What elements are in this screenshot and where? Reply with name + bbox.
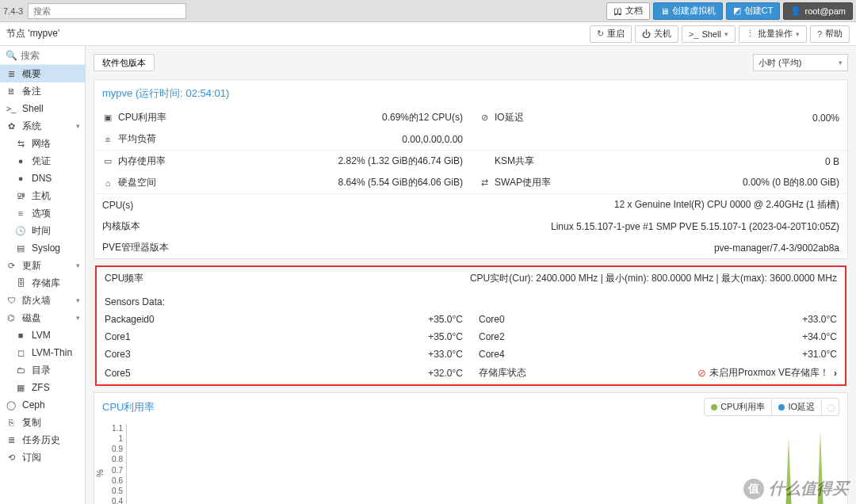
sidebar-icon: ⇆ [14,139,27,149]
sidebar-item-label: 更新 [22,259,41,273]
create-ct-button[interactable]: ◩创建CT [726,2,781,20]
sidebar-item-备注[interactable]: 🗎备注 [0,82,85,100]
repo-status-row[interactable]: 存储库状态⊘未启用Proxmox VE存储库！› [471,363,845,383]
sidebar-icon: ≣ [5,69,17,79]
sidebar-icon: ● [14,156,27,166]
create-vm-button[interactable]: 🖥创建虚拟机 [653,2,723,20]
sidebar-item-label: Syslog [32,242,60,254]
topbar: 7.4-3 🕮文档 🖥创建虚拟机 ◩创建CT 👤root@pam [0,0,856,22]
temp-row: Core3+33.0°C [97,346,471,363]
temp-row: Core2+34.0°C [471,328,845,346]
sidebar-item-目录[interactable]: 🗀目录 [0,361,85,379]
sidebar-search-input[interactable] [21,50,76,61]
search-icon: 🔍 [5,50,17,61]
sidebar-item-概要[interactable]: ≣概要 [0,65,85,82]
sidebar-item-label: Shell [22,103,44,114]
content-toolbar: 软件包版本 小时 (平均) ▾ [94,51,848,74]
sidebar-item-订阅[interactable]: ⟲订阅 [0,449,85,466]
stat-row: ⇄SWAP使用率0.00% (0 B的8.00 GiB) [471,172,847,193]
sidebar-item-复制[interactable]: ⎘复制 [0,414,85,431]
terminal-icon: >_ [689,29,699,39]
sidebar-icon: ⌬ [5,313,17,323]
reboot-button[interactable]: ↻重启 [590,25,632,43]
sidebar-item-主机[interactable]: 🖳主机 [0,187,85,204]
chevron-down-icon: ▾ [76,296,80,304]
sidebar-item-label: 凭证 [32,155,51,168]
version-label: 7.4-3 [3,6,23,16]
sidebar: 🔍 ≣概要🗎备注>_Shell✿系统▾⇆网络●凭证●DNS🖳主机≡选项🕓时间▤S… [0,46,86,504]
sidebar-item-label: 网络 [32,137,51,151]
sidebar-item-Syslog[interactable]: ▤Syslog [0,239,85,257]
sidebar-icon: ✿ [5,121,17,132]
sidebar-item-系统[interactable]: ✿系统▾ [0,117,85,135]
power-icon: ⏻ [642,29,651,39]
sidebar-icon: ⟳ [5,261,17,271]
temp-row: Core0+33.0°C [471,311,845,328]
stat-icon: ⊘ [479,113,490,123]
legend-toggle-icon[interactable]: ◌ [821,399,839,415]
time-range-select[interactable]: 小时 (平均) ▾ [753,54,848,71]
sidebar-item-LVM[interactable]: ■LVM [0,326,85,344]
chart-title: CPU利用率 [102,400,155,414]
sensors-header: Sensors Data: [97,288,845,311]
sidebar-item-ZFS[interactable]: ▦ZFS [0,379,85,396]
sidebar-item-label: 订阅 [22,451,41,464]
chevron-down-icon: ▾ [796,30,800,38]
chart-plot [126,424,839,504]
help-button[interactable]: ?帮助 [810,25,850,43]
sidebar-icon: 🗀 [14,365,27,375]
docs-button[interactable]: 🕮文档 [606,2,650,20]
user-menu-button[interactable]: 👤root@pam [783,2,853,20]
sidebar-item-磁盘[interactable]: ⌬磁盘▾ [0,309,85,326]
package-versions-button[interactable]: 软件包版本 [94,54,155,71]
sidebar-item-label: 存储库 [32,277,60,290]
sidebar-item-选项[interactable]: ≡选项 [0,204,85,222]
stat-row: ▭内存使用率2.82% (1.32 GiB的46.74 GiB) [94,151,471,172]
sidebar-icon: 🛡 [5,296,17,305]
sidebar-item-DNS[interactable]: ●DNS [0,170,85,187]
monitor-icon: 🖥 [660,6,669,16]
bulk-dropdown[interactable]: ⋮批量操作▾ [739,25,807,43]
sidebar-item-任务历史[interactable]: ≣任务历史 [0,431,85,449]
sidebar-item-label: DNS [32,173,52,184]
sidebar-icon: ≡ [14,208,27,218]
shell-dropdown[interactable]: >_Shell▾ [682,25,736,43]
stat-icon: ⌂ [102,178,113,188]
sidebar-item-更新[interactable]: ⟳更新▾ [0,257,85,274]
sidebar-item-防火墙[interactable]: 🛡防火墙▾ [0,292,85,309]
sidebar-item-Ceph[interactable]: ◯Ceph [0,396,85,414]
sidebar-icon: ■ [14,330,27,340]
stat-row: 内核版本Linux 5.15.107-1-pve #1 SMP PVE 5.15… [94,216,847,237]
sidebar-icon: 🕓 [14,226,27,236]
chevron-down-icon: ▾ [76,262,80,269]
help-icon: ? [817,29,822,39]
stat-row: ⊘IO延迟0.00% [471,107,847,128]
stat-icon: ▭ [102,156,113,166]
sidebar-item-label: LVM-Thin [32,347,72,358]
stat-icon: ≡ [102,135,113,144]
sidebar-item-Shell[interactable]: >_Shell [0,100,85,117]
summary-panel: mypve (运行时间: 02:54:01) ▣CPU利用率0.69%的12 C… [94,79,848,259]
sidebar-icon: ⎘ [5,418,17,427]
sidebar-item-凭证[interactable]: ●凭证 [0,152,85,170]
sidebar-item-label: Ceph [22,399,45,410]
temp-row: Core1+35.0°C [97,328,471,346]
sidebar-item-LVM-Thin[interactable]: ◻LVM-Thin [0,344,85,361]
sidebar-search[interactable]: 🔍 [0,46,85,65]
stat-row: ≡平均负荷0.00,0.00,0.00 [94,128,471,150]
stat-row: ▣CPU利用率0.69%的12 CPU(s) [94,107,471,128]
chart-spike [785,436,792,504]
sidebar-item-label: LVM [32,330,51,341]
cube-icon: ◩ [733,6,741,16]
legend-cpu[interactable]: CPU利用率 [705,399,771,415]
warning-icon: ⊘ [697,367,706,379]
chevron-down-icon: ▾ [839,59,843,67]
sidebar-item-存储库[interactable]: 🗄存储库 [0,274,85,292]
stat-row: KSM共享0 B [471,151,847,172]
legend-io[interactable]: IO延迟 [771,399,821,415]
subbar: 节点 'mypve' ↻重启 ⏻关机 >_Shell▾ ⋮批量操作▾ ?帮助 [0,22,856,46]
shutdown-button[interactable]: ⏻关机 [635,25,678,43]
sidebar-item-网络[interactable]: ⇆网络 [0,135,85,152]
sidebar-item-时间[interactable]: 🕓时间 [0,222,85,239]
global-search-input[interactable] [28,3,186,19]
